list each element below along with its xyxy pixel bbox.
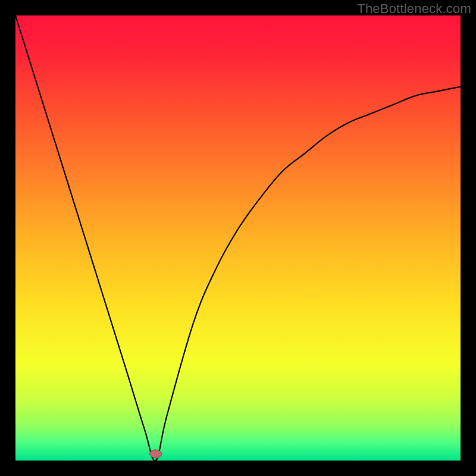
bottleneck-plot-svg [15,15,461,461]
optimal-point-marker [150,450,162,458]
plot-area [15,15,461,461]
chart-container: TheBottleneck.com [0,0,476,476]
watermark-label: TheBottleneck.com [357,1,471,17]
gradient-background [15,15,461,461]
